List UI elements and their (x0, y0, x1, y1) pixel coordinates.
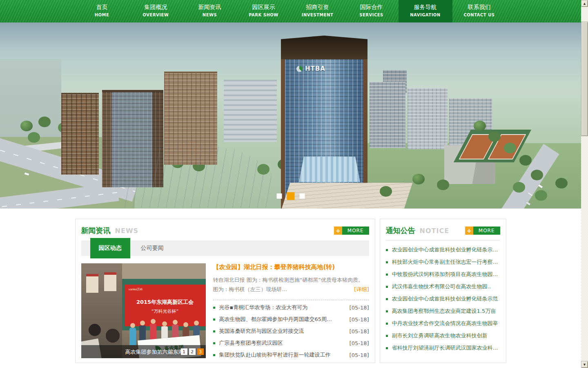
notice-title-en: NOTICE (420, 227, 450, 235)
photo-silhouette-1 (89, 324, 101, 336)
news-panel: 新闻资讯 NEWS + MORE 园区动态 公司要闻 (75, 219, 375, 363)
htba-logo: HTBA (296, 65, 325, 72)
notice-item-text: 武汉伟嘉生物技术有限公司在高农生物园.. (392, 283, 500, 290)
notice-list-item[interactable]: 副市长刘立勇调研高农生物农业科技创新 (386, 330, 500, 342)
nav-item[interactable]: 招商引资 INVESTMENT (291, 0, 345, 22)
plus-icon: + (334, 227, 342, 235)
photo-poster-1 (86, 274, 98, 293)
notice-list-item[interactable]: 农业园创业中心成首批科技创业孵化链条示范 (386, 293, 500, 305)
nav-item-label-zh: 服务导航 (399, 4, 452, 11)
photo-banner-line1: 2015年东湖高新区工会 (125, 298, 206, 306)
photo-banner-brand: vanke万科 (129, 287, 143, 292)
tab-company-news[interactable]: 公司要闻 (141, 245, 164, 252)
nav-item[interactable]: 首页 HOME (75, 0, 129, 22)
news-list: 光谷▪青桐汇华农专场：农业大有可为 [05-18] 高农生物园、都尔霍姆参加中丹… (213, 302, 369, 361)
bullet-icon (386, 323, 388, 325)
news-header: 新闻资讯 NEWS + MORE (81, 223, 369, 238)
notice-list-item[interactable]: 高农集团考察鄂州生态农业商定建设1.5万亩 (386, 305, 500, 317)
nav-item-label-zh: 新闻资讯 (183, 4, 237, 11)
notice-list-item[interactable]: 武汉伟嘉生物技术有限公司在高农生物园.. (386, 280, 500, 293)
nav-item[interactable]: 服务导航 NAVIGATION (399, 0, 452, 22)
page-scrollbar[interactable]: ▲ ▼ (581, 0, 588, 368)
nav-item-label-en: INVESTMENT (291, 13, 345, 17)
hero-building-brick-1 (61, 93, 99, 175)
nav-item[interactable]: 联系我们 CONTACT US (452, 0, 506, 22)
notice-list-item[interactable]: 农业园创业中心成首批科技创业孵化链条示范.. (386, 244, 500, 256)
notice-title: 通知公告 NOTICE (386, 226, 450, 236)
scrollbar-down-icon[interactable]: ▼ (581, 361, 588, 368)
bullet-icon (386, 335, 388, 337)
photo-caption-bar: 高农集团参加第六届东湖 1 2 3 (81, 345, 206, 358)
news-photo[interactable]: vanke万科 2015年东湖高新区工会 “万科光谷杯” (81, 263, 206, 358)
scrollbar-thumb[interactable] (581, 22, 588, 136)
news-item-text: 高农生物园、都尔霍姆参加中丹两国建交65周… (219, 316, 345, 323)
photo-pagination: 1 2 3 (181, 348, 204, 355)
nav-item-label-en: NEWS (183, 13, 237, 17)
bullet-icon (386, 310, 388, 312)
hero-trees-front (412, 174, 425, 184)
news-item-date: [05-18] (350, 340, 369, 346)
detail-link[interactable]: [详细] (354, 285, 369, 294)
featured-article-title[interactable]: 【农业园】湖北日报：攀登养猪科技高地(转) (213, 263, 369, 271)
nav-item-label-zh: 首页 (75, 4, 129, 11)
main-nav: 首页 HOME 集团概况 OVERVIEW 新闻资讯 NEWS 园区展 (0, 0, 581, 22)
nav-item-label-en: CONTACT US (452, 13, 506, 17)
notice-item-text: 副市长刘立勇调研高农生物农业科技创新 (392, 332, 500, 339)
news-right-column: 【农业园】湖北日报：攀登养猪科技高地(转) 转自湖北日报 图为：梅书棋检测恩施“… (213, 263, 369, 361)
notice-more-button[interactable]: + MORE (465, 227, 500, 235)
hero-atrium (299, 157, 360, 182)
photo-silhouette-2 (106, 329, 120, 343)
news-item-date: [05-18] (350, 305, 369, 311)
photo-page-button[interactable]: 2 (189, 348, 196, 355)
news-item-date: [05-18] (350, 316, 369, 323)
photo-caption: 高农集团参加第六届东湖 (125, 348, 184, 356)
notice-item-text: 中牧股份武汉饲料添加剂项目在高农生物园开..… (392, 271, 500, 278)
notice-header: 通知公告 NOTICE + MORE (386, 223, 500, 240)
carousel-dot[interactable] (299, 193, 305, 199)
nav-item-label-zh: 招商引资 (291, 4, 345, 11)
htba-logo-icon (296, 66, 303, 72)
notice-item-text: 农业园创业中心成首批科技创业孵化链条示范.. (392, 246, 500, 254)
hero-building-right-1 (370, 82, 405, 148)
notice-list-item[interactable]: 科技部火炬中心常务副主任张志宏一行考察高.. (386, 256, 500, 268)
photo-page-button[interactable]: 1 (181, 348, 187, 355)
hero-trees-left (20, 121, 33, 131)
news-item-text: 英国洛桑研究所与园区企业对接交流 (219, 328, 345, 335)
nav-item[interactable]: 新闻资讯 NEWS (183, 0, 237, 22)
nav-items: 首页 HOME 集团概况 OVERVIEW 新闻资讯 NEWS 园区展 (75, 0, 506, 22)
bullet-icon (386, 347, 388, 349)
news-item-text: 集团扶贫队赴山坡街和平村进行新一轮建设工作 (219, 351, 345, 359)
hero-carousel: HTBA (0, 22, 581, 209)
news-item-text: 光谷▪青桐汇华农专场：农业大有可为 (219, 304, 345, 311)
carousel-dot[interactable] (276, 193, 282, 199)
notice-list-item[interactable]: 省科技厅刘望清副厅长调研武汉国家农业科技.. (386, 342, 500, 354)
notice-list-item[interactable]: 中丹农业技术合作交流会情况在高农生物园举 (386, 317, 500, 330)
notice-more-label: MORE (473, 227, 500, 235)
nav-item[interactable]: 集团概况 OVERVIEW (129, 0, 183, 22)
news-list-item[interactable]: 高农生物园、都尔霍姆参加中丹两国建交65周… [05-18] (213, 314, 369, 325)
news-list-item[interactable]: 集团扶贫队赴山坡街和平村进行新一轮建设工作 [05-18] (213, 349, 369, 361)
photo-banner-line2: “万科光谷杯” (125, 308, 206, 314)
nav-item-label-en: PARK SHOW (237, 13, 291, 17)
news-title-en: NEWS (115, 227, 139, 235)
nav-item-label-en: SERVICES (345, 13, 399, 17)
featured-article-excerpt: 转自湖北日报 图为：梅书棋检测恩施“硒都黑”优质母本猪肉质。 图为：梅书棋（左三… (213, 275, 369, 294)
photo-page-button[interactable]: 3 (197, 348, 204, 355)
nav-item[interactable]: 国际合作 SERVICES (345, 0, 399, 22)
news-more-button[interactable]: + MORE (334, 227, 369, 235)
nav-item-label-zh: 园区展示 (237, 4, 291, 11)
news-list-item[interactable]: 英国洛桑研究所与园区企业对接交流 [05-18] (213, 325, 369, 337)
news-item-date: [05-18] (350, 352, 369, 358)
news-list-item[interactable]: 光谷▪青桐汇华农专场：农业大有可为 [05-18] (213, 302, 369, 314)
notice-list-item[interactable]: 中牧股份武汉饲料添加剂项目在高农生物园开..… (386, 268, 500, 280)
scrollbar-up-icon[interactable]: ▲ (581, 0, 588, 7)
photo-person (129, 328, 136, 345)
news-list-item[interactable]: 广宗县考察团考察武汉园区 [05-18] (213, 337, 369, 349)
nav-item[interactable]: 园区展示 PARK SHOW (237, 0, 291, 22)
tab-park-news[interactable]: 园区动态 (90, 238, 130, 258)
bullet-icon (213, 330, 215, 332)
htba-logo-text: HTBA (305, 65, 325, 72)
bullet-icon (213, 319, 215, 321)
carousel-dots (276, 192, 305, 200)
carousel-dot[interactable] (287, 192, 294, 200)
